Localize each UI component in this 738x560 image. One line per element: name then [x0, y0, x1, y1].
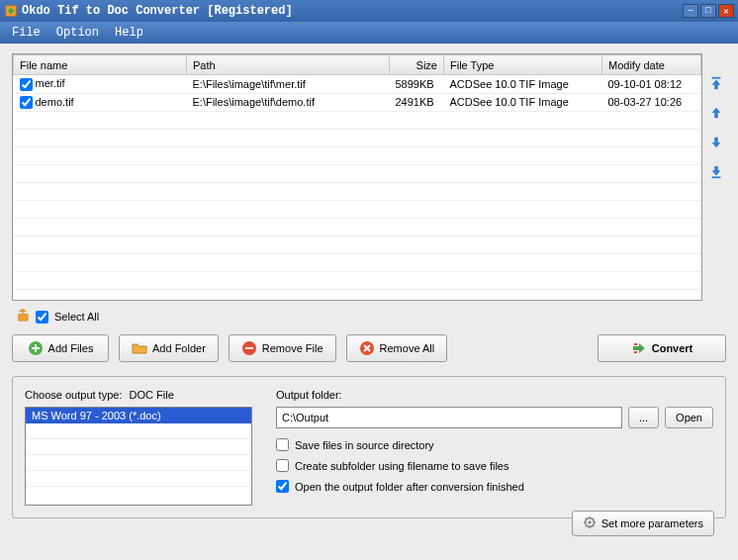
- menu-help[interactable]: Help: [109, 24, 149, 42]
- parent-folder-icon[interactable]: [16, 309, 30, 325]
- output-type-label: Choose output type:: [25, 389, 122, 401]
- remove-all-icon: [359, 340, 375, 356]
- create-subfolder-checkbox[interactable]: [276, 459, 289, 472]
- add-folder-button[interactable]: Add Folder: [119, 334, 219, 362]
- output-folder-input[interactable]: [276, 407, 622, 428]
- select-all-checkbox[interactable]: [36, 311, 48, 324]
- convert-icon: [631, 340, 647, 356]
- close-button[interactable]: ✕: [718, 4, 734, 18]
- output-panel: Choose output type: DOC File MS Word 97 …: [12, 376, 726, 518]
- col-size[interactable]: Size: [390, 55, 444, 75]
- menubar: File Option Help: [0, 22, 738, 44]
- minimize-button[interactable]: ─: [683, 4, 698, 18]
- move-down-button[interactable]: [708, 135, 724, 150]
- browse-button[interactable]: ...: [628, 407, 659, 428]
- output-type-value: DOC File: [130, 389, 174, 401]
- open-folder-button[interactable]: Open: [665, 407, 713, 428]
- create-subfolder-label: Create subfolder using filename to save …: [295, 460, 508, 472]
- select-all-label: Select All: [54, 311, 99, 323]
- open-after-checkbox[interactable]: [276, 480, 289, 493]
- table-row[interactable]: demo.tifE:\Files\image\tif\demo.tif2491K…: [14, 93, 701, 112]
- move-top-button[interactable]: [708, 75, 724, 91]
- maximize-button[interactable]: □: [700, 4, 716, 18]
- reorder-controls: [708, 53, 726, 301]
- col-filename[interactable]: File name: [14, 55, 187, 75]
- col-modify[interactable]: Modify date: [602, 55, 701, 75]
- save-in-source-checkbox[interactable]: [276, 438, 289, 451]
- convert-button[interactable]: Convert: [598, 334, 726, 362]
- remove-icon: [241, 340, 257, 356]
- row-checkbox[interactable]: [20, 78, 33, 91]
- remove-file-button[interactable]: Remove File: [229, 334, 336, 362]
- window-controls: ─ □ ✕: [683, 4, 734, 18]
- content-area: File name Path Size File Type Modify dat…: [0, 44, 738, 560]
- svg-rect-0: [712, 77, 721, 79]
- svg-point-7: [588, 520, 592, 524]
- row-checkbox[interactable]: [20, 96, 33, 109]
- add-files-button[interactable]: Add Files: [12, 334, 109, 362]
- save-in-source-label: Save files in source directory: [295, 439, 434, 451]
- move-up-button[interactable]: [708, 105, 724, 121]
- output-type-option[interactable]: MS Word 97 - 2003 (*.doc): [26, 408, 251, 423]
- remove-file-label: Remove File: [262, 342, 323, 354]
- open-after-label: Open the output folder after conversion …: [295, 481, 524, 493]
- folder-icon: [132, 340, 147, 356]
- menu-option[interactable]: Option: [50, 24, 105, 42]
- svg-rect-1: [712, 176, 721, 178]
- svg-rect-4: [245, 347, 253, 349]
- menu-file[interactable]: File: [6, 24, 46, 42]
- output-type-list[interactable]: MS Word 97 - 2003 (*.doc): [25, 407, 252, 506]
- add-folder-label: Add Folder: [152, 342, 206, 354]
- remove-all-label: Remove All: [380, 342, 435, 354]
- more-parameters-button[interactable]: Set more parameters: [572, 511, 714, 536]
- convert-label: Convert: [652, 342, 693, 354]
- more-parameters-label: Set more parameters: [601, 517, 703, 529]
- move-bottom-button[interactable]: [708, 164, 724, 180]
- app-icon: [4, 4, 18, 18]
- remove-all-button[interactable]: Remove All: [346, 334, 448, 362]
- add-files-label: Add Files: [48, 342, 94, 354]
- table-header-row: File name Path Size File Type Modify dat…: [14, 55, 701, 75]
- window-title: Okdo Tif to Doc Converter [Registered]: [22, 4, 683, 18]
- titlebar: Okdo Tif to Doc Converter [Registered] ─…: [0, 0, 738, 22]
- col-path[interactable]: Path: [187, 55, 390, 75]
- file-list[interactable]: File name Path Size File Type Modify dat…: [12, 53, 702, 301]
- gear-icon: [583, 515, 597, 531]
- table-row[interactable]: mer.tifE:\Files\image\tif\mer.tif5899KBA…: [14, 75, 701, 94]
- add-icon: [28, 340, 44, 356]
- output-folder-label: Output folder:: [276, 389, 713, 401]
- col-filetype[interactable]: File Type: [444, 55, 602, 75]
